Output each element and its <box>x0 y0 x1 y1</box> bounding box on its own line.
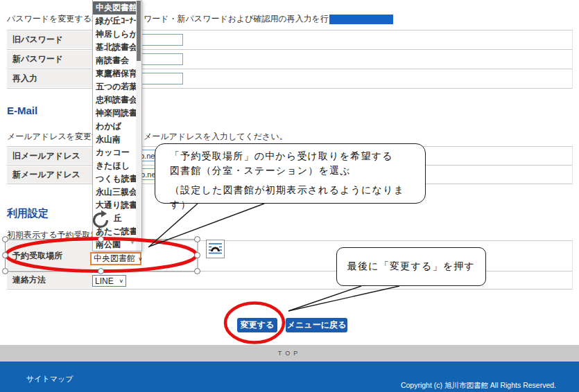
chevron-down-icon: ∨ <box>119 278 123 284</box>
selection-handle[interactable] <box>98 236 104 242</box>
dropdown-item[interactable]: 東鷹栖保育 <box>93 67 141 80</box>
pickup-location-select[interactable]: 中央図書館 ∨ <box>90 252 141 265</box>
layout-options-icon <box>208 242 223 256</box>
callout-bubble-pickup: 「予約受取場所」の中から受け取りを希望する 図書館（分室・ステーション）を選ぶ … <box>155 143 426 204</box>
dropdown-item[interactable]: カッコー <box>93 146 141 159</box>
dropdown-item[interactable]: わかば <box>93 120 141 133</box>
dropdown-item[interactable]: 南読書会 <box>93 54 141 67</box>
scroll-down-icon: ▼ <box>130 240 135 246</box>
rotate-handle-icon[interactable] <box>90 209 112 231</box>
dropdown-item[interactable]: 神楽岡読書 <box>93 107 141 120</box>
chevron-down-icon: ∨ <box>138 256 143 262</box>
selection-handle[interactable] <box>2 236 8 242</box>
dropdown-item[interactable]: 忠和読書会 <box>93 93 141 107</box>
copyright-text: Copyright (c) 旭川市図書館 All Rights Reserved… <box>401 381 556 391</box>
new-password-label: 新パスワード <box>7 51 92 68</box>
selection-handle[interactable] <box>2 268 8 274</box>
bubble1-line2: 図書館（分室・ステーション）を選ぶ <box>170 163 425 178</box>
footer: サイトマップ Copyright (c) 旭川市図書館 All Rights R… <box>0 362 579 392</box>
dropdown-item[interactable]: 五つの若葉 <box>93 80 141 93</box>
dropdown-item[interactable]: 永山南 <box>93 133 141 146</box>
email-note-right: メールアドレスを入力してください。 <box>144 131 288 143</box>
submit-button[interactable]: 変更する <box>237 318 277 332</box>
pickup-location-label: 予約受取場所 <box>7 242 92 270</box>
scrollbar-thumb[interactable] <box>137 1 141 61</box>
bubble1-line1: 「予約受取場所」の中から受け取りを希望する <box>170 149 425 163</box>
dropdown-item[interactable]: きたほし <box>93 159 141 172</box>
top-bar: TOP <box>0 345 579 362</box>
dropdown-item[interactable]: 永山三親会 <box>93 186 141 199</box>
layout-options-button[interactable] <box>206 240 225 258</box>
dropdown-item[interactable]: 神居しらか <box>93 28 141 41</box>
old-password-label: 旧パスワード <box>7 31 92 48</box>
selection-handle[interactable] <box>2 252 8 258</box>
callout-bubble-submit: 最後に「変更する」を押す <box>336 247 486 286</box>
redaction-box <box>329 15 393 24</box>
dropdown-scrollbar[interactable] <box>136 0 141 251</box>
bubble2-text: 最後に「変更する」を押す <box>347 260 475 273</box>
selection-handle[interactable] <box>194 252 200 258</box>
dropdown-item[interactable]: 緑が丘ｺｰﾅｰ <box>93 15 141 28</box>
back-to-menu-button[interactable]: メニューに戻る <box>286 318 347 332</box>
dropdown-item[interactable]: 基北読書会 <box>93 41 141 54</box>
table-row: 連絡方法 LINE ∨ <box>7 271 572 289</box>
email-section-title: E-Mail <box>7 105 37 116</box>
contact-method-label: 連絡方法 <box>7 272 92 288</box>
new-email-label: 新メールアドレス <box>7 166 92 183</box>
contact-method-value: LINE <box>95 276 114 286</box>
selection-handle[interactable] <box>194 268 200 274</box>
bubble2-tail-line <box>288 286 399 311</box>
bubble2-tail-line <box>288 286 361 311</box>
sitemap-link[interactable]: サイトマップ <box>26 374 74 384</box>
dropdown-item[interactable]: 中央図書館 <box>93 1 136 15</box>
settings-section-title: 利用設定 <box>7 207 49 220</box>
top-link[interactable]: TOP <box>278 350 301 357</box>
old-email-label: 旧メールアドレス <box>7 148 92 164</box>
contact-method-select[interactable]: LINE ∨ <box>92 275 126 287</box>
page: パスワードを変更する場合は ワード・新パスワードおよび確認用の再入力を行ってくだ… <box>0 0 579 392</box>
selection-handle[interactable] <box>194 236 200 242</box>
selection-handle[interactable] <box>98 268 104 274</box>
dropdown-item[interactable]: つくも読書 <box>93 172 141 186</box>
bubble1-line3: （設定した図書館が初期表示されるようになります） <box>170 183 425 212</box>
pickup-location-value: 中央図書館 <box>94 253 135 265</box>
reenter-password-label: 再入力 <box>7 70 92 87</box>
